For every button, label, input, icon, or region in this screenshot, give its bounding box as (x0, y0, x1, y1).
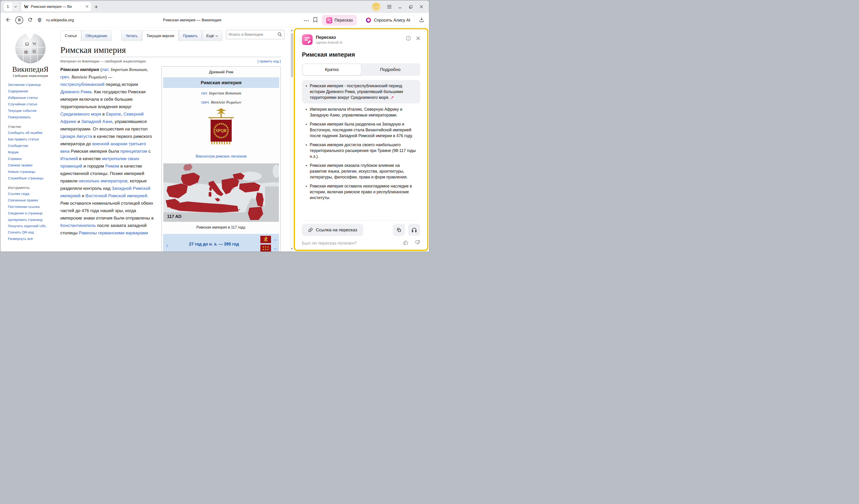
tab-read[interactable]: Читать (121, 31, 142, 41)
scroll-down-icon[interactable] (291, 248, 293, 250)
wiki-inline-link[interactable]: германскими варварами (98, 230, 148, 235)
wiki-inline-link[interactable]: Европе (106, 112, 121, 117)
vexillum-caption-link[interactable]: Вексиллум римских легионов (162, 153, 281, 160)
sidebar-item-permanent-link[interactable]: Постоянная ссылка (8, 203, 60, 210)
maximize-button[interactable] (406, 2, 415, 11)
sidebar-item-report-error[interactable]: Сообщить об ошибке (8, 129, 60, 136)
listen-retell-button[interactable] (408, 224, 420, 236)
thumbs-down-icon[interactable] (415, 240, 420, 246)
wiki-inline-link[interactable]: Западной Азии (81, 119, 112, 124)
info-icon[interactable] (406, 36, 411, 42)
search-icon[interactable] (277, 32, 282, 38)
successor-arrow[interactable]: → (273, 245, 277, 251)
tab-current-version[interactable]: Текущая версия (142, 31, 179, 41)
bookmark-icon[interactable] (313, 17, 318, 24)
sidebar-item-special-pages[interactable]: Служебные страницы (8, 175, 60, 181)
browser-menu-icon[interactable] (385, 2, 394, 11)
sidebar-item-donate[interactable]: Пожертвовать (8, 114, 60, 120)
wiki-inline-link[interactable]: Древнего Рима (60, 89, 91, 94)
sidebar-item-contents[interactable]: Содержание (8, 88, 60, 94)
sidebar-item-cite-page[interactable]: Цитировать страницу (8, 216, 60, 223)
source-link-arrow-icon[interactable]: ↗ (391, 95, 394, 100)
wiki-inline-link[interactable]: принципатом (120, 149, 147, 154)
sidebar-item-help[interactable]: Справка (8, 155, 60, 162)
wiki-inline-link[interactable]: Италией (60, 156, 78, 161)
ask-alice-button[interactable]: Спросить Алису AI (361, 15, 415, 26)
vexillum-figure[interactable]: SPQR (162, 107, 281, 152)
infobox-super-title[interactable]: Древний Рим (162, 66, 281, 76)
empire-dates[interactable]: 27 год до н. э. — 395 год (189, 240, 239, 248)
wiki-inline-link[interactable]: Восточной Римской империей (86, 193, 147, 198)
tab-brief[interactable]: Кратко (303, 64, 361, 75)
address-toolbar: Я ru.wikipedia.org Римская империя — Вик… (0, 13, 429, 28)
page-scrollbar[interactable] (290, 28, 294, 251)
eastern-empire-flag[interactable] (260, 245, 271, 251)
protect-shield-icon[interactable] (37, 17, 42, 23)
more-actions-icon[interactable] (304, 18, 309, 22)
tab-close-icon[interactable] (86, 5, 88, 9)
successor-arrow[interactable]: → (273, 236, 277, 243)
browser-tab[interactable]: W Римская империя — Ви (21, 2, 91, 11)
copy-retell-button[interactable] (393, 224, 405, 236)
wiki-inline-link[interactable]: Цезаря Августа (60, 134, 92, 139)
retell-link-button[interactable]: Ссылка на пересказ (302, 224, 363, 236)
retell-article-title: Римская империя (302, 51, 420, 58)
sidebar-item-how-to-edit[interactable]: Как править статьи (8, 136, 60, 142)
western-empire-flag[interactable] (260, 236, 271, 243)
latin-label[interactable]: лат. (201, 91, 208, 95)
tab-counter[interactable]: 1 (4, 2, 19, 11)
tab-more-dropdown[interactable]: Ещё (202, 31, 222, 41)
wiki-search-input[interactable] (226, 30, 285, 39)
wiki-inline-link[interactable]: Римом (105, 164, 119, 168)
infobox: Древний Рим Римская империя лат. Imperiu… (162, 66, 281, 251)
wiki-inline-link[interactable]: несколько императоров (79, 179, 127, 183)
wiki-inline-link[interactable]: Равенны (79, 230, 97, 235)
scrollbar-thumb[interactable] (291, 33, 293, 77)
tab-list-chevron-icon[interactable] (12, 2, 19, 11)
wiki-inline-link[interactable]: греч. (60, 75, 70, 79)
wiki-inline-link[interactable]: Средиземного моря (60, 112, 101, 117)
wikipedia-globe-logo[interactable]: Ω И 維 W (13, 30, 48, 64)
sidebar-item-random[interactable]: Случайная статья (8, 101, 60, 107)
edit-code-link[interactable]: [ править код ] (258, 59, 281, 63)
wiki-inline-link[interactable]: военной анархии (92, 141, 127, 146)
close-window-button[interactable] (417, 2, 426, 11)
scroll-up-icon[interactable] (291, 29, 293, 31)
bullet-dot: • (305, 121, 307, 139)
yandex-button[interactable]: Я (15, 16, 23, 24)
sidebar-item-qr-code[interactable]: Скачать QR-код (8, 229, 60, 235)
succession-down-arrow[interactable]: ↓ (166, 241, 168, 249)
sidebar-item-short-url[interactable]: Получить короткий URL (8, 223, 47, 229)
sidebar-item-main[interactable]: Заглавная страница (8, 81, 60, 88)
sidebar-item-what-links-here[interactable]: Ссылки сюда (8, 190, 60, 197)
tab-talk[interactable]: Обсуждение (81, 31, 111, 41)
back-button[interactable] (5, 17, 11, 24)
sidebar-item-current-events[interactable]: Текущие события (8, 107, 60, 114)
sidebar-item-recent-changes[interactable]: Свежие правки (8, 162, 60, 168)
url-text[interactable]: ru.wikipedia.org (46, 18, 74, 22)
wiki-inline-link[interactable]: Константинополь (60, 223, 96, 228)
sidebar-item-featured[interactable]: Избранные статьи (8, 94, 60, 101)
wiki-inline-link[interactable]: постреспубликанский (60, 82, 104, 87)
sidebar-item-expand-all[interactable]: Развернуть всё (8, 235, 60, 242)
sidebar-item-forum[interactable]: Форум (8, 149, 60, 155)
retell-toolbar-button[interactable]: Пересказ (322, 15, 357, 26)
wiki-inline-link[interactable]: лат. (102, 67, 109, 72)
sidebar-item-page-info[interactable]: Сведения о странице (8, 210, 60, 216)
tab-detailed[interactable]: Подробно (361, 64, 420, 75)
close-panel-icon[interactable] (416, 36, 420, 41)
new-tab-button[interactable]: + (94, 4, 98, 10)
thumbs-up-icon[interactable] (403, 240, 409, 246)
user-avatar[interactable] (372, 2, 380, 11)
tab-article[interactable]: Статья (60, 31, 81, 41)
article-tab-bar: Статья Обсуждение Читать Текущая версия … (60, 28, 285, 41)
minimize-button[interactable] (396, 2, 404, 11)
sidebar-item-community[interactable]: Сообщество (8, 142, 60, 149)
sidebar-item-related-changes[interactable]: Связанные правки (8, 197, 60, 203)
refresh-button[interactable] (27, 17, 33, 24)
sidebar-item-new-pages[interactable]: Новые страницы (8, 168, 60, 175)
tab-edit[interactable]: Править (179, 31, 202, 41)
downloads-icon[interactable] (419, 17, 424, 24)
empire-map-image[interactable]: 117 AD (163, 163, 279, 222)
greek-label[interactable]: греч. (201, 100, 210, 104)
